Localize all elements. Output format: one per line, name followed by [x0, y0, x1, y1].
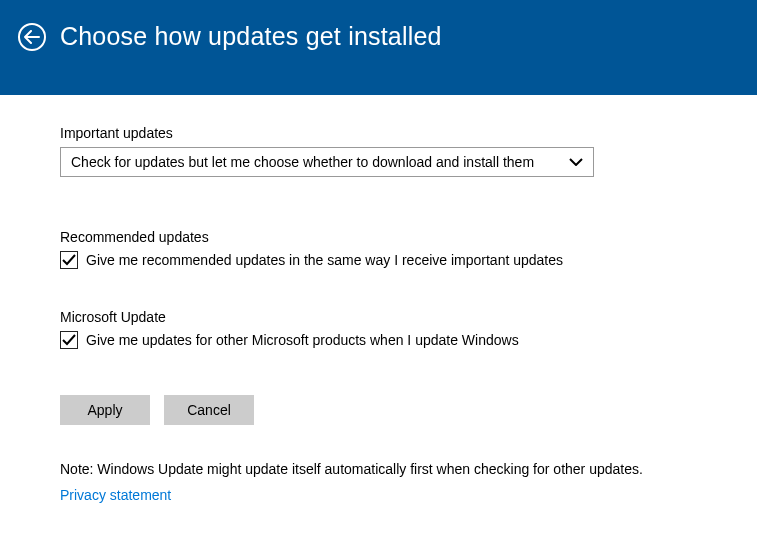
- important-updates-label: Important updates: [60, 125, 697, 141]
- recommended-updates-section: Recommended updates Give me recommended …: [60, 229, 697, 269]
- content-area: Important updates Check for updates but …: [0, 95, 757, 503]
- important-updates-section: Important updates Check for updates but …: [60, 125, 697, 177]
- microsoft-checkbox[interactable]: [60, 331, 78, 349]
- recommended-updates-label: Recommended updates: [60, 229, 697, 245]
- page-title: Choose how updates get installed: [60, 22, 442, 51]
- cancel-button[interactable]: Cancel: [164, 395, 254, 425]
- microsoft-update-section: Microsoft Update Give me updates for oth…: [60, 309, 697, 349]
- footer-note: Note: Windows Update might update itself…: [60, 461, 697, 477]
- microsoft-checkbox-row: Give me updates for other Microsoft prod…: [60, 331, 697, 349]
- microsoft-checkbox-label: Give me updates for other Microsoft prod…: [86, 332, 519, 348]
- checkmark-icon: [62, 334, 76, 346]
- chevron-down-icon: [569, 158, 583, 166]
- recommended-checkbox-row: Give me recommended updates in the same …: [60, 251, 697, 269]
- apply-button[interactable]: Apply: [60, 395, 150, 425]
- checkmark-icon: [62, 254, 76, 266]
- microsoft-update-label: Microsoft Update: [60, 309, 697, 325]
- recommended-checkbox-label: Give me recommended updates in the same …: [86, 252, 563, 268]
- header-bar: Choose how updates get installed: [0, 0, 757, 95]
- button-row: Apply Cancel: [60, 395, 697, 425]
- recommended-checkbox[interactable]: [60, 251, 78, 269]
- back-button[interactable]: [18, 23, 46, 51]
- privacy-statement-link[interactable]: Privacy statement: [60, 487, 171, 503]
- important-updates-dropdown[interactable]: Check for updates but let me choose whet…: [60, 147, 594, 177]
- back-arrow-icon: [24, 30, 40, 44]
- dropdown-selected-value: Check for updates but let me choose whet…: [71, 154, 534, 170]
